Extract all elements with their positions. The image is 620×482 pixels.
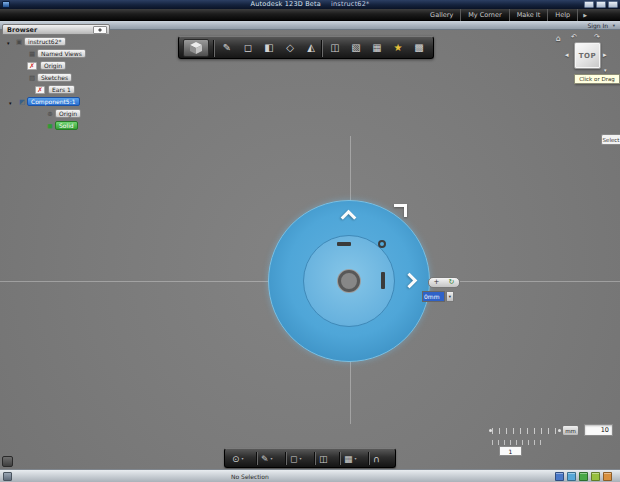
orbit-handle-icon[interactable]	[381, 272, 385, 289]
browser-scroll-control[interactable]	[93, 26, 107, 34]
scale-value-field[interactable]: 10	[584, 424, 613, 436]
move-icon[interactable]: ◇	[280, 37, 300, 59]
window-title: Autodesk 123D Betainstruct62*	[0, 0, 620, 9]
primitive-icon[interactable]: ◻	[290, 454, 297, 464]
toolbar-separator	[256, 452, 257, 465]
app-icon	[2, 1, 10, 8]
sign-in-caret-icon: ▾	[613, 23, 615, 28]
statusbar-icon[interactable]	[603, 472, 612, 481]
document-title: instruct62*	[331, 0, 370, 8]
primitive-box-icon[interactable]: ◻	[238, 37, 258, 59]
tree-item-root[interactable]: instruct62*	[24, 37, 66, 46]
expander-icon[interactable]: ▾	[9, 99, 12, 107]
sub-scale-ruler[interactable]	[492, 440, 544, 445]
menu-my-corner[interactable]: My Corner	[461, 9, 509, 21]
grid-icon[interactable]: ▦	[367, 37, 387, 59]
cylinder-icon[interactable]: ◧	[259, 37, 279, 59]
dropdown-icon[interactable]: ▾	[355, 456, 357, 461]
snap-icon[interactable]: ▩	[409, 37, 429, 59]
ruler-end-dot	[489, 429, 492, 432]
toolbar-separator	[368, 452, 369, 465]
grid-snap-icon[interactable]: ▦	[344, 454, 353, 464]
sketch-icon[interactable]: ✎	[217, 37, 237, 59]
home-icon[interactable]: ⌂	[556, 34, 561, 43]
statusbar: No Selection	[0, 469, 620, 482]
dropdown-icon[interactable]: ▾	[242, 456, 244, 461]
visibility-off-icon[interactable]: ✗	[27, 62, 37, 70]
tree-item-solid[interactable]: Solid	[55, 121, 78, 130]
menu-gallery[interactable]: Gallery	[423, 9, 461, 21]
tree-item-component[interactable]: Component5:1	[27, 97, 80, 106]
material-icon[interactable]: ★	[388, 37, 408, 59]
move-handle-icon[interactable]: +	[434, 278, 440, 287]
unit-button[interactable]: mm	[562, 425, 579, 436]
sketches-icon: ▨	[27, 74, 37, 82]
tree-item-named-views[interactable]: Named Views	[37, 49, 86, 58]
center-handle-icon[interactable]	[378, 240, 386, 248]
toolbar-separator	[213, 40, 214, 57]
scale-ruler[interactable]	[492, 428, 558, 434]
viewcube-tooltip: Click or Drag	[574, 74, 620, 84]
minimize-button[interactable]	[584, 1, 594, 8]
zoom-out-handle-icon[interactable]	[337, 242, 351, 246]
tree-item-sketches[interactable]: Sketches	[37, 73, 72, 82]
statusbar-app-icon	[3, 472, 12, 481]
visibility-off-icon[interactable]: ✗	[35, 86, 45, 94]
sketch-circle-icon[interactable]: ⊙	[232, 454, 240, 464]
close-button[interactable]	[608, 1, 618, 8]
combine-icon[interactable]: ◫	[325, 37, 345, 59]
viewcube[interactable]: TOP	[574, 42, 601, 69]
component-icon: ◩	[17, 98, 27, 106]
rotate-ccw-icon[interactable]: ↶	[571, 33, 577, 41]
steering-wheel-hub[interactable]	[338, 270, 360, 292]
statusbar-icon[interactable]	[567, 472, 576, 481]
primitives-menu-button[interactable]	[183, 39, 209, 57]
measure-icon[interactable]: ◫	[319, 454, 328, 464]
sub-scale-value-field[interactable]: 1	[499, 446, 522, 456]
dimension-dropdown-icon[interactable]: ▾	[446, 291, 454, 302]
document-node-icon: ▣	[14, 38, 24, 46]
dropdown-icon[interactable]: ▾	[299, 456, 301, 461]
viewcube-menu-icon[interactable]: ▾	[604, 67, 607, 73]
cube-icon	[189, 41, 203, 55]
main-toolbar: ✎ ◻ ◧ ◇ ◭ ◫ ▧ ▦ ★ ▩	[178, 36, 434, 59]
menu-items: Gallery My Corner Make It Help ▶	[423, 9, 592, 21]
selection-corner-icon[interactable]	[394, 204, 407, 217]
browser-panel-header[interactable]: Browser	[2, 24, 110, 35]
expander-icon[interactable]: ▾	[7, 39, 10, 47]
menu-help[interactable]: Help	[548, 9, 578, 21]
toolbar-separator	[314, 452, 315, 465]
maximize-button[interactable]	[596, 1, 606, 8]
rotate-handle-icon[interactable]: ↻	[449, 278, 455, 287]
select-tool-tab[interactable]: Select	[601, 134, 620, 145]
dimension-input[interactable]	[422, 291, 445, 302]
pattern-icon[interactable]: ▧	[346, 37, 366, 59]
solid-body-icon: ◼	[45, 122, 55, 130]
toolbar-separator	[339, 452, 340, 465]
browser-title: Browser	[7, 26, 37, 34]
sign-in-button[interactable]: Sign In	[587, 22, 608, 29]
menu-more-icon[interactable]: ▶	[578, 12, 592, 18]
bottom-toolbar: ⊙ ▾ ✎ ▾ ◻ ▾ ◫ ▦ ▾ ∩	[224, 448, 396, 468]
dropdown-icon[interactable]: ▾	[271, 456, 273, 461]
selection-status: No Selection	[231, 473, 269, 480]
viewcube-right-arrow-icon[interactable]: ▸	[603, 51, 607, 59]
revolve-icon[interactable]: ◭	[301, 37, 321, 59]
tree-item-origin[interactable]: Origin	[40, 61, 66, 70]
statusbar-icon[interactable]	[555, 472, 564, 481]
ruler-end-dot	[558, 429, 561, 432]
toolbar-separator	[285, 452, 286, 465]
titlebar: Autodesk 123D Betainstruct62*	[0, 0, 620, 9]
menu-make-it[interactable]: Make It	[510, 9, 549, 21]
transform-mini-toolbar: + ↻	[428, 277, 460, 288]
statusbar-icon[interactable]	[591, 472, 600, 481]
pencil-icon[interactable]: ✎	[261, 454, 269, 464]
tree-item-component-origin[interactable]: Origin	[55, 109, 81, 118]
tree-item-ears[interactable]: Ears 1	[48, 85, 75, 94]
viewcube-left-arrow-icon[interactable]: ◂	[565, 51, 569, 59]
statusbar-icon[interactable]	[579, 472, 588, 481]
magnet-icon[interactable]: ∩	[373, 454, 380, 464]
rotate-cw-icon[interactable]: ↷	[594, 33, 600, 41]
nav-widget-icon[interactable]	[2, 456, 13, 467]
app-window: Autodesk 123D Betainstruct62* Gallery My…	[0, 0, 620, 482]
